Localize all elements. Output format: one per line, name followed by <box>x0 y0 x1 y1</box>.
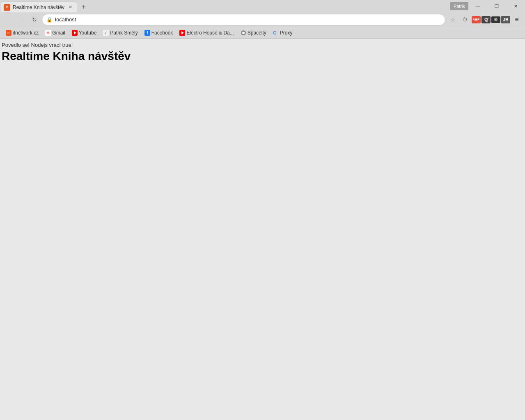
itnetwork-favicon: C <box>6 30 11 36</box>
bookmark-proxy[interactable]: G Proxy <box>271 29 295 37</box>
lock-icon: 🔒 <box>46 17 53 23</box>
bookmark-itnetwork-label: itnetwork.cz <box>13 30 39 36</box>
minimize-button[interactable]: — <box>468 0 487 12</box>
gmail-favicon: M <box>45 30 51 36</box>
patrik-smely-favicon: ✓ <box>103 30 109 36</box>
svg-point-13 <box>242 32 245 34</box>
address-bar[interactable]: 🔒 localhost <box>42 14 445 25</box>
jb-icon[interactable]: JB <box>501 16 510 23</box>
adblock-plus-icon[interactable]: ABP <box>472 16 481 23</box>
bookmark-star-button[interactable]: ☆ <box>447 14 459 25</box>
url-text: localhost <box>55 16 441 23</box>
history-button[interactable]: ⏱ <box>459 14 471 25</box>
bookmark-spacelty[interactable]: Spacelty <box>238 29 269 37</box>
facebook-favicon: f <box>144 30 150 36</box>
svg-text:G: G <box>273 30 277 35</box>
tab-title: Realtime Kniha návštěv <box>13 5 64 10</box>
window-controls: Patrik — ❐ ✕ <box>450 0 525 12</box>
title-bar: C Realtime Kniha návštěv ✕ + Patrik — ❐ … <box>0 0 525 12</box>
ghostery-icon[interactable]: 👻 <box>481 16 491 23</box>
tab-bar: C Realtime Kniha návštěv ✕ + <box>0 0 89 12</box>
bookmark-electro-house-label: Electro House & Da... <box>186 30 234 36</box>
bookmark-youtube-label: Youtube <box>79 30 97 36</box>
bookmark-spacelty-label: Spacelty <box>248 30 266 36</box>
close-button[interactable]: ✕ <box>506 0 525 12</box>
bookmark-electro-house[interactable]: Electro House & Da... <box>177 29 236 37</box>
nav-bar: ← → ↻ 🔒 localhost ☆ ⏱ ABP 👻 ✉ JB ≡ <box>0 12 525 27</box>
mail-icon[interactable]: ✉ <box>491 16 500 23</box>
bookmark-gmail-label: Gmail <box>52 30 65 36</box>
svg-text:M: M <box>47 31 50 35</box>
youtube-favicon <box>72 30 78 36</box>
nav-actions: ☆ ⏱ ABP 👻 ✉ JB ≡ <box>447 14 523 25</box>
page-content: Povedlo se! Nodejs vrací true! Realtime … <box>0 39 525 420</box>
proxy-favicon: G <box>273 30 279 36</box>
svg-text:✓: ✓ <box>104 31 108 35</box>
svg-text:C: C <box>7 31 10 35</box>
bookmark-patrik-smely[interactable]: ✓ Patrik Smělý <box>101 29 140 37</box>
active-tab[interactable]: C Realtime Kniha návštěv ✕ <box>0 2 77 12</box>
tab-favicon: C <box>4 4 10 11</box>
page-subtitle: Povedlo se! Nodejs vrací true! <box>2 42 523 48</box>
bookmark-facebook[interactable]: f Facebook <box>142 29 176 37</box>
bookmark-itnetwork[interactable]: C itnetwork.cz <box>3 29 41 37</box>
bookmarks-bar: C itnetwork.cz M Gmail Youtube ✓ Patrik … <box>0 27 525 39</box>
new-tab-button[interactable]: + <box>78 2 89 12</box>
tab-close-button[interactable]: ✕ <box>67 4 73 11</box>
page-heading: Realtime Kniha návštěv <box>2 50 523 63</box>
bookmark-gmail[interactable]: M Gmail <box>43 29 67 37</box>
menu-button[interactable]: ≡ <box>511 14 523 25</box>
maximize-button[interactable]: ❐ <box>487 0 506 12</box>
reload-button[interactable]: ↻ <box>29 14 40 25</box>
forward-button[interactable]: → <box>16 14 27 25</box>
profile-badge: Patrik <box>450 2 468 10</box>
electro-house-favicon <box>179 30 185 36</box>
back-button[interactable]: ← <box>2 14 14 25</box>
bookmark-youtube[interactable]: Youtube <box>69 29 99 37</box>
bookmark-patrik-smely-label: Patrik Smělý <box>110 30 138 36</box>
bookmark-facebook-label: Facebook <box>151 30 173 36</box>
spacelty-favicon <box>241 30 246 36</box>
bookmark-proxy-label: Proxy <box>280 30 293 36</box>
